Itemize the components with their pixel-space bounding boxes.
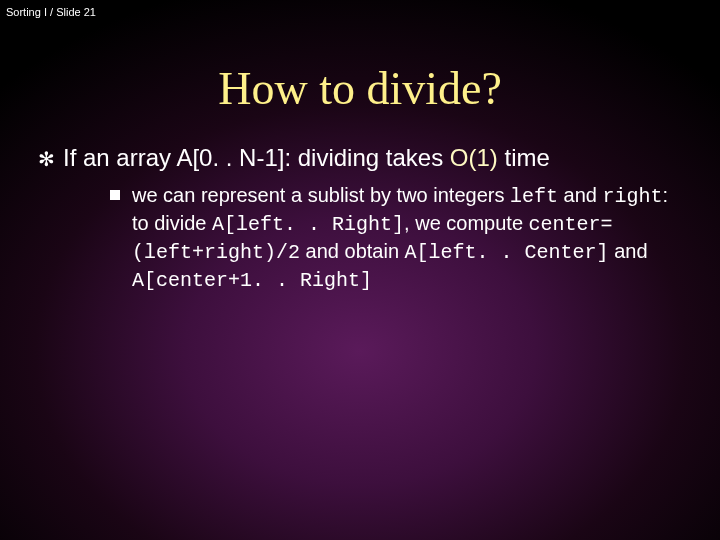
- sub-t2: and: [558, 184, 602, 206]
- header-slide: Slide 21: [56, 6, 96, 18]
- slide-header: Sorting I / Slide 21: [6, 6, 96, 18]
- header-separator: /: [50, 6, 53, 18]
- slide-title: How to divide?: [0, 62, 720, 115]
- slide-body: ✻ If an array A[0. . N-1]: dividing take…: [0, 143, 720, 294]
- sub-t6: and: [609, 240, 648, 262]
- sub-t4: , we compute: [404, 212, 529, 234]
- sub-c6: A[center+1. . Right]: [132, 269, 372, 292]
- bullet-prefix: If an array A[0. . N-1]: dividing takes: [63, 144, 450, 171]
- star-bullet-icon: ✻: [38, 144, 55, 174]
- sub-bullet-text: we can represent a sublist by two intege…: [132, 182, 670, 294]
- bullet-highlight: O(1): [450, 144, 498, 171]
- bullet-text: If an array A[0. . N-1]: dividing takes …: [63, 143, 550, 173]
- bullet-suffix: time: [498, 144, 550, 171]
- sub-t1: we can represent a sublist by two intege…: [132, 184, 510, 206]
- sub-c3: A[left. . Right]: [212, 213, 404, 236]
- sub-c1: left: [510, 185, 558, 208]
- bullet-level-1: ✻ If an array A[0. . N-1]: dividing take…: [38, 143, 690, 174]
- square-bullet-icon: [110, 190, 120, 200]
- bullet-level-2: we can represent a sublist by two intege…: [38, 182, 690, 294]
- sub-c2: right: [602, 185, 662, 208]
- header-course: Sorting I: [6, 6, 47, 18]
- sub-c5: A[left. . Center]: [405, 241, 609, 264]
- sub-t5: and obtain: [300, 240, 405, 262]
